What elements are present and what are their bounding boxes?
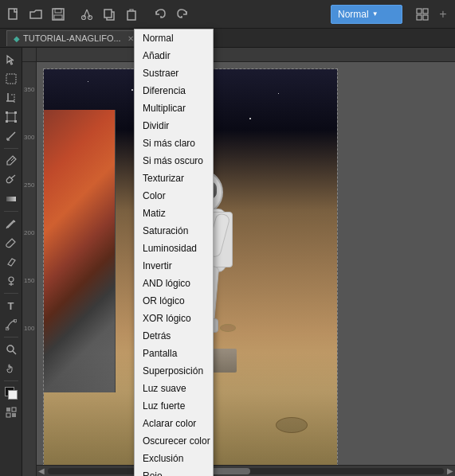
blend-invertir[interactable]: Invertir xyxy=(135,257,213,275)
crop-tool[interactable] xyxy=(2,89,20,107)
blend-dividir[interactable]: Dividir xyxy=(135,117,213,135)
scroll-right-btn[interactable]: ▶ xyxy=(445,466,455,476)
svg-rect-14 xyxy=(423,15,428,20)
svg-line-39 xyxy=(13,351,16,354)
blend-texturizar[interactable]: Texturizar xyxy=(135,170,213,187)
eyedropper-tool[interactable] xyxy=(2,152,20,170)
svg-rect-12 xyxy=(423,9,428,14)
document-tab[interactable]: ◆ TUTORIAL-ANAGLIFO... ✕ xyxy=(6,30,141,46)
blend-si-mas-claro[interactable]: Si más claro xyxy=(135,135,213,152)
ruler-mark-300: 300 xyxy=(24,134,34,141)
main-area: T 750 700 650 xyxy=(0,48,455,476)
tabs-bar: ◆ TUTORIAL-ANAGLIFO... ✕ xyxy=(0,29,455,48)
svg-line-28 xyxy=(11,158,14,161)
eraser-tool[interactable] xyxy=(2,253,20,271)
blend-luz-suave[interactable]: Luz suave xyxy=(135,380,213,397)
scroll-track[interactable] xyxy=(48,468,444,474)
blend-rojo[interactable]: Rojo xyxy=(135,467,213,476)
measure-tool[interactable] xyxy=(2,127,20,145)
svg-rect-23 xyxy=(6,120,8,123)
svg-rect-43 xyxy=(12,413,16,417)
dropdown-arrow: ▼ xyxy=(372,10,379,18)
blend-diferencia[interactable]: Diferencia xyxy=(135,82,213,99)
new-doc-button[interactable] xyxy=(3,4,24,25)
blend-anadir[interactable]: Añadir xyxy=(135,47,213,64)
canvas-viewport xyxy=(37,62,455,465)
svg-line-29 xyxy=(11,175,15,178)
text-icon: T xyxy=(8,300,14,312)
top-toolbar: Normal ▼ + xyxy=(0,0,455,29)
pencil-tool[interactable] xyxy=(2,215,20,232)
svg-rect-3 xyxy=(54,15,62,19)
clone-tool[interactable] xyxy=(2,272,20,290)
blend-exclusion[interactable]: Exclusión xyxy=(135,450,213,467)
scroll-left-btn[interactable]: ◀ xyxy=(37,466,46,476)
blend-or-logico[interactable]: OR lógico xyxy=(135,292,213,310)
svg-rect-22 xyxy=(14,111,17,114)
text-tool[interactable]: T xyxy=(2,297,20,314)
blend-luminosidad[interactable]: Luminosidad xyxy=(135,240,213,257)
svg-rect-11 xyxy=(417,9,422,14)
blend-xor-logico[interactable]: XOR lógico xyxy=(135,310,213,327)
transform-tool[interactable] xyxy=(2,108,20,126)
paste-button[interactable] xyxy=(121,4,142,25)
ruler-mark-100: 100 xyxy=(24,325,34,332)
svg-rect-21 xyxy=(6,111,8,114)
separator-4 xyxy=(4,337,18,337)
vertical-ruler: 350 300 250 200 150 100 xyxy=(22,62,37,476)
zoom-tool[interactable] xyxy=(2,341,20,358)
gradient-tool[interactable] xyxy=(2,190,20,208)
blend-multiplicar[interactable]: Multiplicar xyxy=(135,99,213,117)
svg-rect-10 xyxy=(127,11,135,20)
hand-tool[interactable] xyxy=(2,360,20,377)
selection-tool[interactable] xyxy=(2,51,20,68)
dropdown-label: Normal xyxy=(338,9,369,20)
blend-superposicion[interactable]: Superposición xyxy=(135,362,213,380)
blend-mode-menu: Normal Añadir Sustraer Diferencia Multip… xyxy=(134,29,214,476)
open-button[interactable] xyxy=(25,4,46,25)
canvas-area: 750 700 650 600 550 500 350 300 250 200 … xyxy=(22,48,455,476)
blend-sustraer[interactable]: Sustraer xyxy=(135,64,213,82)
save-button[interactable] xyxy=(48,4,69,25)
blend-pantalla[interactable]: Pantalla xyxy=(135,345,213,362)
copy-button[interactable] xyxy=(99,4,120,25)
blend-matiz[interactable]: Matiz xyxy=(135,205,213,222)
left-toolbar: T xyxy=(0,48,22,476)
blend-detras[interactable]: Detrás xyxy=(135,327,213,345)
svg-rect-15 xyxy=(6,74,16,84)
blend-and-logico[interactable]: AND lógico xyxy=(135,275,213,292)
svg-point-33 xyxy=(9,277,14,282)
pattern-tool[interactable] xyxy=(2,404,20,421)
tab-close-icon[interactable]: ✕ xyxy=(127,34,134,43)
svg-rect-20 xyxy=(7,113,15,121)
bucket-tool[interactable] xyxy=(2,171,20,189)
redo-button[interactable] xyxy=(172,4,193,25)
foreground-color[interactable] xyxy=(2,384,20,402)
ruler-mark-350: 350 xyxy=(24,86,34,93)
cut-button[interactable] xyxy=(76,4,97,25)
blend-aclarar-color[interactable]: Aclarar color xyxy=(135,415,213,432)
grid-view-button[interactable] xyxy=(412,4,433,25)
blend-normal[interactable]: Normal xyxy=(135,29,213,47)
fuzzy-select-tool[interactable] xyxy=(2,70,20,88)
blend-si-mas-oscuro[interactable]: Si más oscuro xyxy=(135,152,213,170)
svg-rect-42 xyxy=(6,413,10,417)
svg-line-25 xyxy=(7,132,15,140)
svg-rect-13 xyxy=(417,15,422,20)
svg-rect-30 xyxy=(6,197,16,201)
add-button[interactable]: + xyxy=(434,6,452,23)
blend-oscurecer-color[interactable]: Oscurecer color xyxy=(135,432,213,450)
path-tool[interactable] xyxy=(2,316,20,334)
svg-rect-24 xyxy=(14,120,17,123)
blend-color[interactable]: Color xyxy=(135,187,213,205)
brush-tool[interactable] xyxy=(2,234,20,252)
blend-mode-dropdown[interactable]: Normal ▼ xyxy=(331,5,402,24)
svg-rect-40 xyxy=(6,408,10,412)
blend-luz-fuerte[interactable]: Luz fuerte xyxy=(135,397,213,415)
ruler-mark-200: 200 xyxy=(24,229,34,236)
blend-saturacion[interactable]: Saturación xyxy=(135,222,213,240)
horizontal-scrollbar[interactable]: ◀ ▶ xyxy=(37,465,455,476)
horizontal-ruler: 750 700 650 600 550 500 xyxy=(22,48,455,62)
undo-button[interactable] xyxy=(150,4,171,25)
tab-title: TUTORIAL-ANAGLIFO... xyxy=(23,33,121,43)
